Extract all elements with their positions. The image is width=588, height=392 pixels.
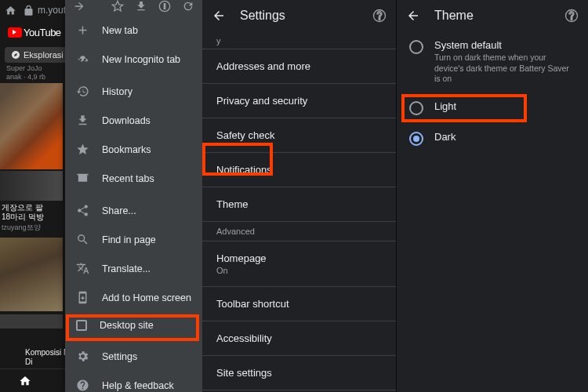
reload-icon[interactable] [182, 0, 194, 13]
nav-home-icon[interactable] [19, 375, 31, 387]
back-icon[interactable] [406, 9, 420, 23]
video-thumb-4[interactable] [0, 314, 63, 328]
theme-header: Theme [397, 0, 588, 31]
settings-header: Settings [202, 0, 396, 31]
settings-item-addresses[interactable]: Addresses and more [202, 49, 396, 83]
youtube-wordmark: YouTube [24, 27, 61, 38]
video-thumb-1[interactable] [0, 83, 63, 169]
menu-translate[interactable]: Translate... [65, 254, 202, 283]
recent-tabs-icon [76, 172, 89, 185]
help-icon [76, 379, 89, 392]
video-channel-2: tzuyang쯔양 [0, 222, 63, 233]
menu-add-home[interactable]: Add to Home screen [65, 283, 202, 312]
menu-recent-tabs[interactable]: Recent tabs [65, 164, 202, 193]
share-icon [76, 204, 89, 217]
theme-option-dark[interactable]: Dark [397, 123, 588, 154]
explore-chip[interactable]: Eksplorasi [5, 47, 70, 63]
settings-item-privacy[interactable]: Privacy and security [202, 83, 396, 118]
chrome-menu-top-actions [65, 0, 202, 13]
add-home-icon [76, 291, 89, 304]
menu-history[interactable]: History [65, 77, 202, 106]
settings-item-safety[interactable]: Safety check [202, 118, 396, 152]
explore-label: Eksplorasi [24, 50, 64, 60]
settings-item-notifications[interactable]: Notifications [202, 152, 396, 187]
video-thumb-3[interactable] [0, 238, 63, 311]
menu-desktop-site[interactable]: Desktop site [65, 312, 202, 339]
find-icon [76, 233, 89, 246]
theme-option-label: Dark [434, 131, 456, 143]
menu-share[interactable]: Share... [65, 196, 202, 225]
theme-title: Theme [434, 9, 550, 23]
settings-item-toolbar[interactable]: Toolbar shortcut [202, 286, 396, 321]
info-icon[interactable] [158, 0, 171, 13]
video-thumb-2[interactable] [0, 171, 63, 201]
theme-option-sub: Turn on dark theme when your device's da… [434, 53, 575, 85]
help-icon[interactable] [564, 9, 579, 23]
theme-option-light[interactable]: Light [397, 93, 588, 123]
menu-bookmarks[interactable]: Bookmarks [65, 135, 202, 164]
checkbox-icon [76, 320, 87, 331]
radio-icon-selected [409, 132, 423, 146]
video-title-2: 게장으로 팔18마리 먹방 [0, 201, 63, 222]
url-text: m.yout [38, 5, 66, 16]
theme-option-label: System default [434, 39, 575, 51]
chrome-menu: New tab New Incognito tab History Downlo… [65, 0, 202, 392]
panel-browser-youtube: m.yout YouTube Eksplorasi Super JoJo ana… [0, 0, 202, 392]
settings-item-accessibility[interactable]: Accessibility [202, 321, 396, 355]
lock-icon [23, 5, 34, 16]
theme-option-system[interactable]: System default Turn on dark theme when y… [397, 31, 588, 93]
back-icon[interactable] [212, 9, 226, 23]
youtube-feed: 게장으로 팔18마리 먹방 tzuyang쯔양 [0, 82, 63, 368]
settings-item-site[interactable]: Site settings [202, 355, 396, 390]
compass-icon [11, 50, 20, 60]
plus-icon [76, 24, 89, 37]
youtube-play-icon [8, 27, 22, 38]
menu-help[interactable]: Help & feedback [65, 371, 202, 392]
download-icon[interactable] [135, 0, 147, 13]
radio-icon [409, 40, 423, 54]
video-meta-1: Super JoJo anak · 4,9 rb [0, 63, 63, 82]
settings-item-partial: y [202, 31, 396, 49]
menu-downloads[interactable]: Downloads [65, 106, 202, 135]
translate-icon [76, 262, 89, 275]
menu-new-tab[interactable]: New tab [65, 16, 202, 45]
panel-settings: Settings y Addresses and more Privacy an… [202, 0, 397, 392]
bookmarks-star-icon [76, 143, 89, 156]
menu-settings[interactable]: Settings [65, 342, 202, 371]
theme-option-label: Light [434, 100, 456, 112]
menu-find-in-page[interactable]: Find in page [65, 225, 202, 254]
home-icon[interactable] [5, 5, 16, 16]
gear-icon [76, 350, 89, 363]
forward-icon[interactable] [73, 0, 85, 13]
settings-title: Settings [240, 9, 358, 23]
incognito-icon [76, 53, 89, 66]
settings-item-homepage[interactable]: HomepageOn [202, 241, 396, 286]
settings-section-advanced: Advanced [202, 221, 396, 241]
radio-icon [409, 101, 423, 115]
history-icon [76, 85, 89, 98]
menu-new-incognito[interactable]: New Incognito tab [65, 45, 202, 74]
help-icon[interactable] [372, 9, 387, 23]
youtube-logo[interactable]: YouTube [8, 27, 61, 38]
panel-theme: Theme System default Turn on dark theme … [397, 0, 588, 392]
download-icon [76, 114, 89, 127]
settings-item-theme[interactable]: Theme [202, 187, 396, 221]
star-icon[interactable] [111, 0, 124, 13]
